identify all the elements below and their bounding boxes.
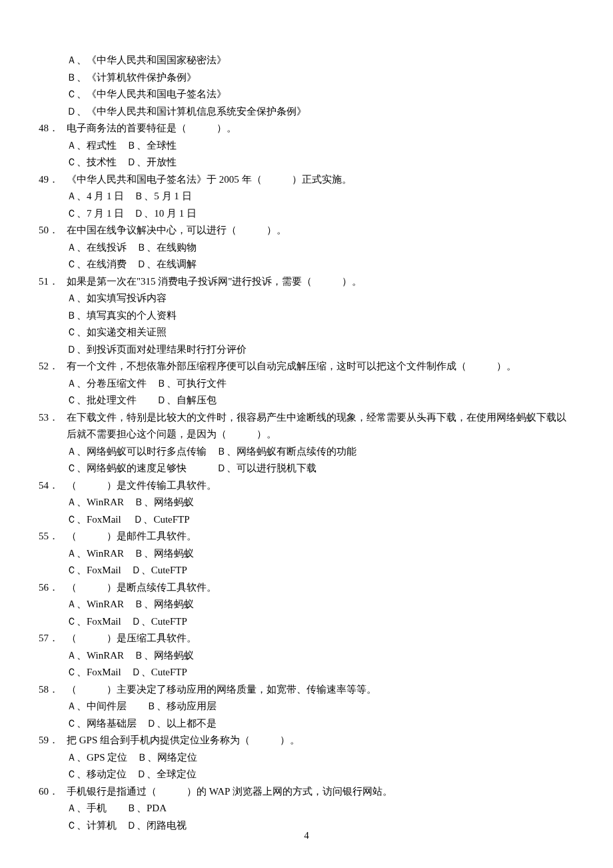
option-line: Ｂ、《计算机软件保护条例》 xyxy=(67,69,573,87)
question-options: Ａ、WinRAR Ｂ、网络蚂蚁Ｃ、FoxMail Ｄ、CuteFTP xyxy=(39,596,573,630)
option-line: Ｃ、《中华人民共和国电子签名法》 xyxy=(67,86,573,103)
option-line: Ｃ、如实递交相关证照 xyxy=(67,324,573,341)
question-stem: 51．如果是第一次在"315 消费电子投诉网"进行投诉，需要（ ）。 xyxy=(39,273,573,291)
question-item: 59．把 GPS 组合到手机内提供定位业务称为（ ）。Ａ、GPS 定位 Ｂ、网络… xyxy=(39,732,573,783)
question-item: 54．（ ）是文件传输工具软件。Ａ、WinRAR Ｂ、网络蚂蚁Ｃ、FoxMail… xyxy=(39,477,573,529)
question-stem: 52．有一个文件，不想依靠外部压缩程序便可以自动完成解压缩，这时可以把这个文件制… xyxy=(39,358,573,375)
question-number: 54． xyxy=(39,477,67,495)
question-options: Ａ、中间件层 Ｂ、移动应用层Ｃ、网络基础层 Ｄ、以上都不是 xyxy=(39,698,573,732)
question-text: 《中华人民共和国电子签名法》于 2005 年（ ）正式实施。 xyxy=(67,171,573,189)
option-line: Ｃ、网络蚂蚁的速度足够快 Ｄ、可以进行脱机下载 xyxy=(67,460,573,477)
option-line: Ａ、网络蚂蚁可以时行多点传输 Ｂ、网络蚂蚁有断点续传的功能 xyxy=(67,443,573,461)
option-line: Ａ、分卷压缩文件 Ｂ、可执行文件 xyxy=(67,375,573,393)
option-line: Ａ、如实填写投诉内容 xyxy=(67,290,573,307)
question-number: 53． xyxy=(39,409,67,443)
question-options: Ａ、WinRAR Ｂ、网络蚂蚁Ｃ、FoxMail Ｄ、CuteFTP xyxy=(39,647,573,681)
question-text: 如果是第一次在"315 消费电子投诉网"进行投诉，需要（ ）。 xyxy=(67,273,573,291)
option-line: Ａ、中间件层 Ｂ、移动应用层 xyxy=(67,698,573,715)
question-item: 49．《中华人民共和国电子签名法》于 2005 年（ ）正式实施。Ａ、4 月 1… xyxy=(39,171,573,223)
question-number: 51． xyxy=(39,273,67,291)
question-item: 52．有一个文件，不想依靠外部压缩程序便可以自动完成解压缩，这时可以把这个文件制… xyxy=(39,358,573,409)
option-line: Ａ、在线投诉 Ｂ、在线购物 xyxy=(67,239,573,257)
question-options: Ａ、在线投诉 Ｂ、在线购物Ｃ、在线消费 Ｄ、在线调解 xyxy=(39,239,573,273)
question-options: Ａ、如实填写投诉内容Ｂ、填写真实的个人资料Ｃ、如实递交相关证照Ｄ、到投诉页面对处… xyxy=(39,290,573,358)
question-number: 58． xyxy=(39,681,67,699)
option-line: Ｄ、到投诉页面对处理结果时行打分评价 xyxy=(67,341,573,359)
question-stem: 54．（ ）是文件传输工具软件。 xyxy=(39,477,573,495)
option-line: Ａ、程式性 Ｂ、全球性 xyxy=(67,137,573,155)
option-line: Ａ、WinRAR Ｂ、网络蚂蚁 xyxy=(67,596,573,613)
question-item: 56．（ ）是断点续传工具软件。Ａ、WinRAR Ｂ、网络蚂蚁Ｃ、FoxMail… xyxy=(39,579,573,631)
question-stem: 50．在中国在线争议解决中心，可以进行（ ）。 xyxy=(39,222,573,239)
option-line: Ｃ、网络基础层 Ｄ、以上都不是 xyxy=(67,715,573,733)
question-text: （ ）是断点续传工具软件。 xyxy=(67,579,573,597)
question-stem: 57．（ ）是压缩工具软件。 xyxy=(39,630,573,647)
question-options: Ａ、GPS 定位 Ｂ、网络定位Ｃ、移动定位 Ｄ、全球定位 xyxy=(39,749,573,783)
question-options: Ａ、4 月 1 日 Ｂ、5 月 1 日Ｃ、7 月 1 日 Ｄ、10 月 1 日 xyxy=(39,188,573,222)
question-number: 56． xyxy=(39,579,67,597)
question-item: 57．（ ）是压缩工具软件。Ａ、WinRAR Ｂ、网络蚂蚁Ｃ、FoxMail Ｄ… xyxy=(39,630,573,681)
option-line: Ｂ、填写真实的个人资料 xyxy=(67,307,573,325)
page-number: 4 xyxy=(0,827,613,845)
question-stem: 48．电子商务法的首要特征是（ ）。 xyxy=(39,120,573,137)
option-line: Ｃ、FoxMail Ｄ、CuteFTP xyxy=(67,613,573,631)
option-line: Ａ、WinRAR Ｂ、网络蚂蚁 xyxy=(67,545,573,563)
option-line: Ｃ、批处理文件 Ｄ、自解压包 xyxy=(67,392,573,409)
question-item: 58．（ ）主要决定了移动应用的网络质量，如宽带、传输速率等等。Ａ、中间件层 Ｂ… xyxy=(39,681,573,733)
question-text: 电子商务法的首要特征是（ ）。 xyxy=(67,120,573,137)
question-text: 手机银行是指通过（ ）的 WAP 浏览器上网的方式，访问银行网站。 xyxy=(67,783,573,801)
question-text: （ ）是文件传输工具软件。 xyxy=(67,477,573,495)
question-text: 在下载文件，特别是比较大的文件时，很容易产生中途断线的现象，经常需要从头再下载，… xyxy=(67,409,573,443)
option-line: Ｃ、移动定位 Ｄ、全球定位 xyxy=(67,766,573,783)
question-item: 50．在中国在线争议解决中心，可以进行（ ）。Ａ、在线投诉 Ｂ、在线购物Ｃ、在线… xyxy=(39,222,573,273)
question-stem: 56．（ ）是断点续传工具软件。 xyxy=(39,579,573,597)
option-line: Ｃ、FoxMail Ｄ、CuteFTP xyxy=(67,511,573,529)
option-line: Ｄ、《中华人民共和国计算机信息系统安全保护条例》 xyxy=(67,103,573,121)
question-text: 把 GPS 组合到手机内提供定位业务称为（ ）。 xyxy=(67,732,573,749)
question-stem: 55．（ ）是邮件工具软件。 xyxy=(39,528,573,545)
question-number: 59． xyxy=(39,732,67,749)
question-number: 57． xyxy=(39,630,67,647)
question-number: 60． xyxy=(39,783,67,801)
question-number: 50． xyxy=(39,222,67,239)
question-item: 51．如果是第一次在"315 消费电子投诉网"进行投诉，需要（ ）。Ａ、如实填写… xyxy=(39,273,573,359)
question-options: Ａ、分卷压缩文件 Ｂ、可执行文件Ｃ、批处理文件 Ｄ、自解压包 xyxy=(39,375,573,409)
question-item: 55．（ ）是邮件工具软件。Ａ、WinRAR Ｂ、网络蚂蚁Ｃ、FoxMail Ｄ… xyxy=(39,528,573,579)
question-text: 在中国在线争议解决中心，可以进行（ ）。 xyxy=(67,222,573,239)
question-stem: 60．手机银行是指通过（ ）的 WAP 浏览器上网的方式，访问银行网站。 xyxy=(39,783,573,801)
option-line: Ａ、GPS 定位 Ｂ、网络定位 xyxy=(67,749,573,767)
question-text: 有一个文件，不想依靠外部压缩程序便可以自动完成解压缩，这时可以把这个文件制作成（… xyxy=(67,358,573,375)
question-number: 48． xyxy=(39,120,67,137)
question-stem: 58．（ ）主要决定了移动应用的网络质量，如宽带、传输速率等等。 xyxy=(39,681,573,699)
question-stem: 49．《中华人民共和国电子签名法》于 2005 年（ ）正式实施。 xyxy=(39,171,573,189)
top-continuation-options: Ａ、《中华人民共和国国家秘密法》 Ｂ、《计算机软件保护条例》 Ｃ、《中华人民共和… xyxy=(39,52,573,120)
document-body: Ａ、《中华人民共和国国家秘密法》 Ｂ、《计算机软件保护条例》 Ｃ、《中华人民共和… xyxy=(39,52,573,834)
question-options: Ａ、程式性 Ｂ、全球性Ｃ、技术性 Ｄ、开放性 xyxy=(39,137,573,171)
option-line: Ａ、4 月 1 日 Ｂ、5 月 1 日 xyxy=(67,188,573,205)
option-line: Ｃ、FoxMail Ｄ、CuteFTP xyxy=(67,664,573,681)
option-line: Ａ、《中华人民共和国国家秘密法》 xyxy=(67,52,573,69)
question-text: （ ）是邮件工具软件。 xyxy=(67,528,573,545)
question-number: 55． xyxy=(39,528,67,545)
question-options: Ａ、WinRAR Ｂ、网络蚂蚁Ｃ、FoxMail Ｄ、CuteFTP xyxy=(39,545,573,579)
option-line: Ａ、手机 Ｂ、PDA xyxy=(67,800,573,817)
option-line: Ａ、WinRAR Ｂ、网络蚂蚁 xyxy=(67,494,573,511)
option-line: Ａ、WinRAR Ｂ、网络蚂蚁 xyxy=(67,647,573,665)
question-text: （ ）是压缩工具软件。 xyxy=(67,630,573,647)
question-options: Ａ、WinRAR Ｂ、网络蚂蚁Ｃ、FoxMail Ｄ、CuteFTP xyxy=(39,494,573,528)
question-text: （ ）主要决定了移动应用的网络质量，如宽带、传输速率等等。 xyxy=(67,681,573,699)
option-line: Ｃ、在线消费 Ｄ、在线调解 xyxy=(67,256,573,273)
option-line: Ｃ、7 月 1 日 Ｄ、10 月 1 日 xyxy=(67,205,573,223)
question-stem: 53．在下载文件，特别是比较大的文件时，很容易产生中途断线的现象，经常需要从头再… xyxy=(39,409,573,443)
question-stem: 59．把 GPS 组合到手机内提供定位业务称为（ ）。 xyxy=(39,732,573,749)
question-item: 48．电子商务法的首要特征是（ ）。Ａ、程式性 Ｂ、全球性Ｃ、技术性 Ｄ、开放性 xyxy=(39,120,573,171)
option-line: Ｃ、FoxMail Ｄ、CuteFTP xyxy=(67,562,573,579)
question-item: 53．在下载文件，特别是比较大的文件时，很容易产生中途断线的现象，经常需要从头再… xyxy=(39,409,573,477)
option-line: Ｃ、技术性 Ｄ、开放性 xyxy=(67,154,573,171)
question-number: 52． xyxy=(39,358,67,375)
question-options: Ａ、网络蚂蚁可以时行多点传输 Ｂ、网络蚂蚁有断点续传的功能Ｃ、网络蚂蚁的速度足够… xyxy=(39,443,573,477)
questions-list: 48．电子商务法的首要特征是（ ）。Ａ、程式性 Ｂ、全球性Ｃ、技术性 Ｄ、开放性… xyxy=(39,120,573,834)
question-number: 49． xyxy=(39,171,67,189)
